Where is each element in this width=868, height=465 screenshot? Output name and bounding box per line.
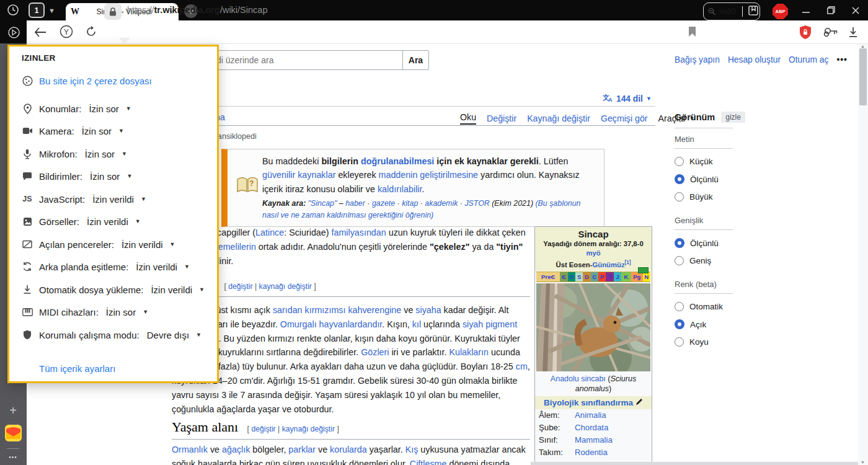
text-link[interactable]: doğrulanabilmesi — [361, 156, 434, 166]
password-key-icon[interactable] — [822, 24, 839, 40]
yandex-browser-icon[interactable]: Y — [59, 24, 74, 39]
taxo-link[interactable]: Chordata — [575, 423, 608, 432]
adblock-plus-icon[interactable]: ABP — [773, 4, 788, 19]
text-link[interactable]: siyah pigment — [463, 319, 517, 329]
text-link[interactable]: myö — [586, 249, 600, 257]
text-link[interactable]: parklar — [288, 445, 316, 454]
tab-counter[interactable]: 1 — [29, 2, 45, 18]
hide-appearance-button[interactable]: gizle — [721, 112, 745, 123]
text-link[interactable]: siyaha — [415, 305, 441, 315]
text-link[interactable]: kıl — [412, 319, 421, 329]
text-link[interactable]: Günümüz — [592, 261, 624, 268]
permission-row-auto-download[interactable]: Otomatik dosya yükleme: İzin verildi ▼ — [22, 283, 205, 296]
text-link[interactable]: Ormanlık — [172, 445, 208, 454]
permission-row-camera[interactable]: Kamera: İzin sor ▼ — [22, 124, 124, 138]
text-link[interactable]: akademik — [425, 199, 458, 208]
all-content-settings-link[interactable]: Tüm içerik ayarları — [22, 361, 115, 375]
create-account-link[interactable]: Hesap oluştur — [728, 55, 781, 64]
text-link[interactable]: kitap — [402, 199, 418, 208]
text-link[interactable]: kaynağı değiştir — [259, 282, 312, 291]
text-link[interactable]: cm — [516, 361, 528, 371]
site-permissions-lock-chip[interactable] — [104, 3, 122, 20]
address-menu-icon[interactable]: ⋮ — [746, 7, 755, 17]
text-link[interactable]: kaynağı değiştir — [282, 425, 335, 433]
text-link[interactable]: Çiftleşme — [410, 459, 447, 465]
tab-history[interactable]: Geçmişi gör — [601, 113, 648, 123]
scrollbar-thumb[interactable] — [859, 48, 867, 105]
text-link[interactable]: Kış — [405, 445, 418, 454]
text-link[interactable]: değiştir — [251, 425, 275, 433]
radio-option-kucuk[interactable]: Küçük — [675, 157, 733, 166]
history-clock-icon[interactable] — [6, 3, 20, 17]
text-link[interactable]: Kulakların — [449, 347, 489, 357]
permission-row-images[interactable]: Görseller: İzin verildi ▼ — [22, 215, 141, 228]
downloads-icon[interactable] — [846, 24, 861, 40]
minimize-button[interactable] — [794, 0, 818, 20]
permission-row-microphone[interactable]: Mikrofon: İzin sor ▼ — [22, 147, 127, 161]
scroll-up-icon[interactable]: ▲ — [861, 44, 865, 48]
protect-shield-icon[interactable] — [797, 24, 813, 40]
text-link[interactable]: güvenilir kaynaklar — [262, 170, 335, 180]
text-link[interactable]: maddenin geliştirilmesine — [379, 170, 479, 180]
tab-edit[interactable]: Değiştir — [487, 113, 516, 123]
radio-option-acik[interactable]: Açık — [675, 319, 733, 329]
sidebar-play-icon[interactable] — [6, 25, 21, 40]
radio-option-olcunlu-width[interactable]: Ölçünlü — [675, 238, 733, 248]
radio-option-genis[interactable]: Geniş — [675, 256, 733, 265]
radio-option-olcunlu[interactable]: Ölçünlü — [675, 174, 733, 184]
taxo-link[interactable]: Rodentia — [575, 448, 608, 457]
bookmark-flag-icon[interactable] — [685, 25, 699, 38]
text-link[interactable]: Gözleri — [361, 347, 389, 357]
taxo-link[interactable]: Animalia — [575, 410, 606, 420]
radio-option-otomatik[interactable]: Otomatik — [675, 302, 733, 311]
text-link[interactable]: [1] — [625, 261, 631, 268]
permission-row-midi[interactable]: MIDI cihazları: İzin sor ▼ — [22, 305, 148, 319]
text-link[interactable]: gazete — [372, 199, 395, 208]
text-link[interactable]: Anadolu sincabı — [551, 374, 606, 383]
permission-row-protected-mode[interactable]: Korumalı çalışma modu: Devre dışı ▼ — [22, 328, 202, 342]
wiki-search-button[interactable]: Ara — [402, 50, 429, 70]
text-link[interactable]: sarıdan kırmızımsı kahverengine — [273, 305, 401, 315]
zoom-control[interactable]: %90 ⋮ — [703, 2, 760, 20]
tab-edit-source[interactable]: Kaynağı değiştir — [527, 113, 590, 123]
text-link[interactable]: Latince — [255, 228, 284, 237]
taxo-link[interactable]: Mammalia — [575, 435, 613, 445]
dropdown-caret-icon: ▼ — [199, 286, 205, 293]
cookies-row[interactable]: Bu site için 2 çerez dosyası — [22, 74, 152, 87]
text-link[interactable]: JSTOR — [464, 199, 489, 208]
permission-row-popups[interactable]: Açılan pencereler: İzin verildi ▼ — [22, 237, 175, 251]
donate-link[interactable]: Bağış yapın — [675, 55, 720, 64]
sidebar-add-icon[interactable]: + — [6, 404, 20, 417]
more-user-options-button[interactable]: ••• — [836, 55, 848, 64]
url-text[interactable]: https://tr.wikipedia.org/wiki/Sincap — [127, 5, 267, 15]
svg-text:A: A — [608, 97, 613, 102]
text-link[interactable]: korularda — [330, 445, 367, 454]
radio-option-koyu[interactable]: Koyu — [675, 337, 733, 347]
text-link[interactable]: familyasından — [331, 228, 386, 237]
permission-row-location[interactable]: Konumlar: İzin sor ▼ — [22, 102, 131, 115]
permission-row-background-sync[interactable]: Arka planda eşitleme: İzin verildi ▼ — [22, 260, 190, 273]
text-link[interactable]: "Sincap" — [306, 199, 337, 208]
sidebar-more-icon[interactable]: ••• — [4, 452, 22, 462]
squirrel-photo[interactable] — [536, 283, 650, 371]
scroll-down-icon[interactable]: ▼ — [861, 460, 865, 464]
permission-row-javascript[interactable]: JS JavaScript: İzin verildi ▼ — [22, 192, 146, 206]
text-link[interactable]: değiştir — [228, 282, 252, 291]
text-link[interactable]: Omurgalı hayvanlardandır — [280, 319, 383, 329]
tab-group-control[interactable]: 1 ▼ — [29, 3, 55, 17]
login-link[interactable]: Oturum aç — [789, 55, 828, 64]
close-window-button[interactable] — [843, 0, 868, 20]
restore-button[interactable] — [818, 0, 843, 20]
text-link[interactable]: haber — [345, 199, 365, 208]
yandex-mail-icon[interactable] — [5, 425, 22, 441]
permission-row-notifications[interactable]: Bildirimler: İzin sor ▼ — [22, 169, 132, 183]
text-link[interactable]: kaldırılabilir — [378, 184, 422, 194]
back-arrow-icon[interactable] — [32, 25, 47, 40]
text-link[interactable]: ağaçlık — [222, 445, 250, 454]
tab-read[interactable]: Oku — [460, 112, 476, 125]
radio-option-buyuk[interactable]: Büyük — [675, 192, 733, 202]
refresh-icon[interactable] — [84, 24, 99, 39]
edit-pencil-icon[interactable] — [636, 398, 643, 407]
language-selector-button[interactable]: 文A 144 dil ▼ — [603, 93, 652, 104]
page-scrollbar[interactable]: ▲ ▼ — [858, 43, 868, 465]
